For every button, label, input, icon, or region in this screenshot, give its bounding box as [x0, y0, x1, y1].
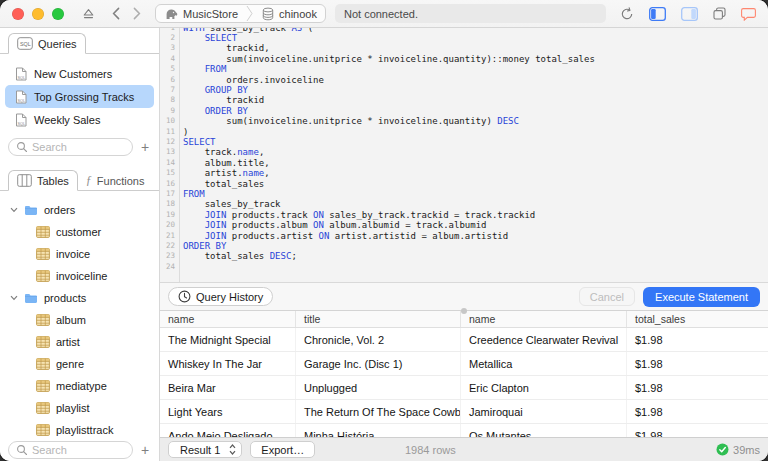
export-button[interactable]: Export… — [250, 441, 315, 458]
line-number: 5 — [160, 64, 175, 74]
column-header[interactable]: total_sales — [627, 311, 768, 327]
cancel-button[interactable]: Cancel — [579, 287, 635, 306]
editor-actions-row: Query History Cancel Execute Statement — [160, 283, 768, 311]
tree-table[interactable]: invoiceline — [0, 265, 159, 287]
splitter-handle[interactable] — [461, 308, 467, 314]
tree-folder[interactable]: orders — [0, 199, 159, 221]
table-row[interactable]: Ando Meio DesligadoMinha HistóriaOs Muta… — [160, 424, 768, 437]
line-number: 23 — [160, 251, 175, 261]
query-item[interactable]: SQLWeekly Sales — [5, 108, 154, 131]
tree-folder[interactable]: products — [0, 287, 159, 309]
table-row[interactable]: Light YearsThe Return Of The Space Cowbo… — [160, 400, 768, 424]
zoom-window-button[interactable] — [52, 8, 64, 20]
minimize-window-button[interactable] — [32, 8, 44, 20]
line-number: 6 — [160, 75, 175, 85]
table-row[interactable]: The Midnight SpecialChronicle, Vol. 2Cre… — [160, 328, 768, 352]
code-line: JOIN products.album ON album.albumid = t… — [183, 220, 595, 230]
tree-table[interactable]: mediatype — [0, 375, 159, 397]
table-cell: Creedence Clearwater Revival — [461, 328, 627, 351]
results-table: nametitlenametotal_sales The Midnight Sp… — [160, 311, 768, 437]
table-cell: $1.98 — [627, 400, 768, 423]
check-circle-icon — [716, 443, 729, 456]
table-columns-icon — [17, 174, 32, 187]
tab-tables-label: Tables — [37, 175, 69, 187]
line-number: 20 — [160, 220, 175, 230]
code-line: sales_by_track — [183, 199, 595, 209]
code-line: trackid — [183, 95, 595, 105]
eject-icon[interactable] — [82, 8, 95, 20]
tree-table[interactable]: invoice — [0, 243, 159, 265]
stepper-icon — [229, 444, 236, 455]
tree-table-label: invoiceline — [56, 270, 107, 282]
refresh-icon[interactable] — [620, 7, 634, 21]
table-row[interactable]: Beira MarUnpluggedEric Clapton$1.98 — [160, 376, 768, 400]
table-cell: Light Years — [160, 400, 296, 423]
line-number: 8 — [160, 95, 175, 105]
app-window: MusicStore chinook Not connected. — [0, 0, 768, 461]
tree-folder-label: orders — [44, 204, 75, 216]
svg-text:SQL: SQL — [17, 98, 25, 102]
sql-badge-icon: SQL — [17, 37, 33, 50]
add-table-button[interactable]: + — [139, 444, 151, 456]
elephant-icon — [164, 7, 179, 21]
code-line: album.title, — [183, 158, 595, 168]
tree-table[interactable]: playlisttrack — [0, 419, 159, 441]
tab-tables[interactable]: Tables — [8, 170, 78, 191]
folder-icon — [24, 205, 38, 216]
svg-text:SQL: SQL — [17, 75, 25, 79]
sql-code[interactable]: WITH sales_by_track AS ( SELECT trackid,… — [179, 28, 595, 272]
code-line: track.name, — [183, 147, 595, 157]
back-icon[interactable] — [112, 7, 120, 20]
query-history-button[interactable]: Query History — [168, 287, 273, 306]
breadcrumb: MusicStore chinook — [155, 4, 326, 23]
chevron-down-icon[interactable] — [10, 295, 18, 301]
close-window-button[interactable] — [12, 8, 24, 20]
chevron-down-icon[interactable] — [10, 207, 18, 213]
query-timing: 39ms — [716, 443, 760, 456]
line-number: 2 — [160, 33, 175, 43]
table-cell: Metallica — [461, 352, 627, 375]
breadcrumb-database[interactable]: chinook — [253, 5, 325, 22]
tree-table[interactable]: album — [0, 309, 159, 331]
table-cell: Whiskey In The Jar — [160, 352, 296, 375]
chat-icon[interactable] — [741, 7, 756, 21]
table-row[interactable]: Whiskey In The JarGarage Inc. (Disc 1)Me… — [160, 352, 768, 376]
line-number: 3 — [160, 43, 175, 53]
code-line: sum(invoiceline.unitprice * invoiceline.… — [183, 54, 595, 64]
tree-table[interactable]: genre — [0, 353, 159, 375]
table-icon — [36, 424, 50, 436]
query-item[interactable]: SQLNew Customers — [5, 62, 154, 85]
table-cell: Garage Inc. (Disc 1) — [296, 352, 461, 375]
copy-icon[interactable] — [713, 7, 726, 20]
forward-icon[interactable] — [133, 7, 141, 20]
code-line: FROM — [183, 189, 595, 199]
column-header[interactable]: title — [296, 311, 461, 327]
tab-queries[interactable]: SQL Queries — [8, 33, 86, 54]
code-line: ORDER BY — [183, 241, 595, 251]
tree-table[interactable]: playlist — [0, 397, 159, 419]
tab-functions[interactable]: ƒ Functions — [78, 170, 153, 191]
sql-doc-icon: SQL — [15, 113, 27, 127]
execute-statement-button[interactable]: Execute Statement — [643, 287, 760, 307]
column-header[interactable]: name — [160, 311, 296, 327]
breadcrumb-database-label: chinook — [279, 8, 317, 20]
result-selector[interactable]: Result 1 — [168, 441, 242, 458]
code-line — [183, 262, 595, 272]
sql-editor[interactable]: 123456789101112131415161718192021222324 … — [160, 28, 768, 283]
panel-left-toggle-icon[interactable] — [649, 7, 666, 21]
code-line: orders.invoiceline — [183, 75, 595, 85]
queries-search-input[interactable]: Search — [8, 138, 133, 156]
row-count: 1984 rows — [405, 444, 456, 456]
tables-search-input[interactable]: Search — [8, 441, 133, 459]
add-query-button[interactable]: + — [139, 141, 151, 153]
breadcrumb-server[interactable]: MusicStore — [156, 5, 246, 22]
query-item[interactable]: SQLTop Grossing Tracks — [5, 85, 154, 108]
tab-queries-label: Queries — [38, 38, 77, 50]
column-header[interactable]: name — [461, 311, 627, 327]
tree-folder-label: products — [44, 292, 86, 304]
panel-right-toggle-icon[interactable] — [681, 7, 698, 21]
tree-table[interactable]: artist — [0, 331, 159, 353]
line-number: 12 — [160, 137, 175, 147]
tree-table[interactable]: customer — [0, 221, 159, 243]
query-duration: 39ms — [733, 444, 760, 456]
